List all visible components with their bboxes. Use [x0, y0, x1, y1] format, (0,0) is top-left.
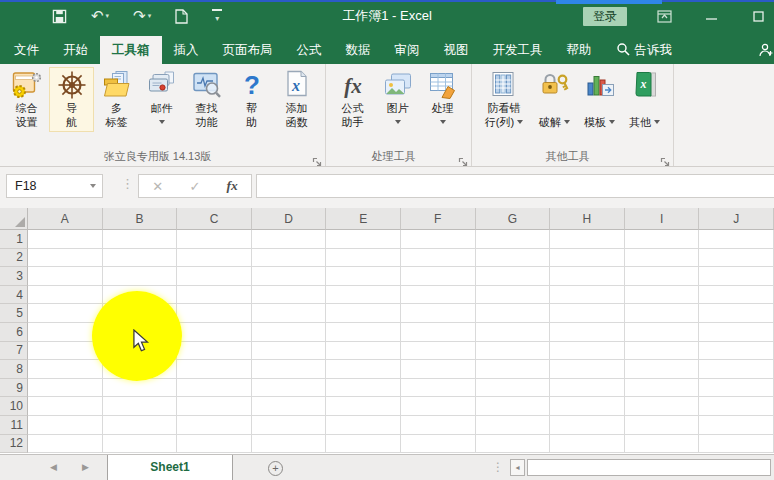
cell-D12[interactable] [252, 435, 327, 454]
cell-I10[interactable] [625, 397, 700, 416]
cell-F4[interactable] [401, 286, 476, 305]
tab-data[interactable]: 数据 [334, 36, 383, 64]
ribbon-button-navigation[interactable]: 导航 [49, 67, 94, 132]
ribbon-button-multi-tab[interactable]: 多标签 [94, 67, 139, 132]
cell-C8[interactable] [177, 360, 252, 379]
cell-J1[interactable] [699, 230, 774, 249]
cell-B5[interactable] [103, 304, 178, 323]
ribbon-button-other[interactable]: x其他 [622, 67, 667, 132]
row-header-12[interactable]: 12 [0, 435, 28, 454]
cell-H11[interactable] [550, 416, 625, 435]
ribbon-button-find-feature[interactable]: 查找功能 [184, 67, 229, 132]
cell-I5[interactable] [625, 304, 700, 323]
cell-A4[interactable] [28, 286, 103, 305]
column-header-C[interactable]: C [177, 208, 252, 230]
ribbon-display-options-button[interactable] [654, 6, 674, 26]
cell-E5[interactable] [326, 304, 401, 323]
cell-B6[interactable] [103, 323, 178, 342]
sheet-scroll-right-icon[interactable]: ▶ [82, 462, 89, 472]
tab-help[interactable]: 帮助 [555, 36, 604, 64]
cell-A2[interactable] [28, 249, 103, 268]
horizontal-scrollbar[interactable] [527, 459, 771, 476]
cell-G6[interactable] [476, 323, 551, 342]
cell-C10[interactable] [177, 397, 252, 416]
sheet-scroll-left-icon[interactable]: ◀ [50, 462, 57, 472]
ribbon-button-formula-assistant[interactable]: fx公式助手 [330, 67, 375, 132]
cell-D8[interactable] [252, 360, 327, 379]
column-header-E[interactable]: E [326, 208, 401, 230]
cell-C2[interactable] [177, 249, 252, 268]
cell-E10[interactable] [326, 397, 401, 416]
ribbon-button-help[interactable]: ?帮助 [229, 67, 274, 132]
cell-A5[interactable] [28, 304, 103, 323]
cell-E3[interactable] [326, 267, 401, 286]
name-box[interactable]: F18 [6, 174, 103, 198]
cell-J5[interactable] [699, 304, 774, 323]
cell-F9[interactable] [401, 379, 476, 398]
cell-G3[interactable] [476, 267, 551, 286]
cell-G11[interactable] [476, 416, 551, 435]
cell-J10[interactable] [699, 397, 774, 416]
ribbon-button-process[interactable]: 处理 [420, 67, 465, 132]
cell-J8[interactable] [699, 360, 774, 379]
name-box-resize-handle[interactable]: ⋮ [121, 176, 134, 191]
dialog-launcher-icon[interactable] [660, 153, 670, 163]
column-header-B[interactable]: B [103, 208, 178, 230]
cell-B4[interactable] [103, 286, 178, 305]
cell-E9[interactable] [326, 379, 401, 398]
row-header-1[interactable]: 1 [0, 230, 28, 249]
cell-B12[interactable] [103, 435, 178, 454]
ribbon-button-crack[interactable]: 破解 [532, 67, 577, 132]
row-header-7[interactable]: 7 [0, 342, 28, 361]
tab-toolbox[interactable]: 工具箱 [100, 36, 162, 64]
share-person-icon[interactable] [758, 36, 774, 64]
cell-J7[interactable] [699, 342, 774, 361]
cell-D4[interactable] [252, 286, 327, 305]
insert-function-icon[interactable]: fx [227, 178, 238, 194]
cell-G1[interactable] [476, 230, 551, 249]
cell-G5[interactable] [476, 304, 551, 323]
cell-G4[interactable] [476, 286, 551, 305]
maximize-button[interactable] [748, 6, 768, 26]
tabbar-resize-handle[interactable]: ⋮ [492, 460, 504, 474]
cell-D2[interactable] [252, 249, 327, 268]
cell-E8[interactable] [326, 360, 401, 379]
cell-F12[interactable] [401, 435, 476, 454]
cell-E2[interactable] [326, 249, 401, 268]
add-sheet-icon[interactable]: + [268, 461, 283, 476]
cell-I4[interactable] [625, 286, 700, 305]
column-header-F[interactable]: F [401, 208, 476, 230]
cell-B3[interactable] [103, 267, 178, 286]
cell-H6[interactable] [550, 323, 625, 342]
cell-E6[interactable] [326, 323, 401, 342]
redo-button[interactable]: ↷▾ [133, 9, 151, 24]
cell-E1[interactable] [326, 230, 401, 249]
select-all-corner[interactable] [0, 208, 28, 230]
cell-J9[interactable] [699, 379, 774, 398]
cell-E4[interactable] [326, 286, 401, 305]
cell-C3[interactable] [177, 267, 252, 286]
tab-tell-me[interactable]: 告诉我 [604, 36, 685, 64]
cell-D10[interactable] [252, 397, 327, 416]
formula-input[interactable] [256, 174, 774, 198]
cell-B8[interactable] [103, 360, 178, 379]
cell-G9[interactable] [476, 379, 551, 398]
cell-C4[interactable] [177, 286, 252, 305]
cell-I1[interactable] [625, 230, 700, 249]
cell-E11[interactable] [326, 416, 401, 435]
cell-J12[interactable] [699, 435, 774, 454]
cell-C12[interactable] [177, 435, 252, 454]
cell-B11[interactable] [103, 416, 178, 435]
cell-G10[interactable] [476, 397, 551, 416]
cell-I11[interactable] [625, 416, 700, 435]
cell-C11[interactable] [177, 416, 252, 435]
tab-home[interactable]: 开始 [51, 36, 100, 64]
column-header-H[interactable]: H [550, 208, 625, 230]
row-header-4[interactable]: 4 [0, 286, 28, 305]
cell-I2[interactable] [625, 249, 700, 268]
cell-G7[interactable] [476, 342, 551, 361]
cell-H9[interactable] [550, 379, 625, 398]
cell-I3[interactable] [625, 267, 700, 286]
column-header-D[interactable]: D [252, 208, 327, 230]
cell-A11[interactable] [28, 416, 103, 435]
